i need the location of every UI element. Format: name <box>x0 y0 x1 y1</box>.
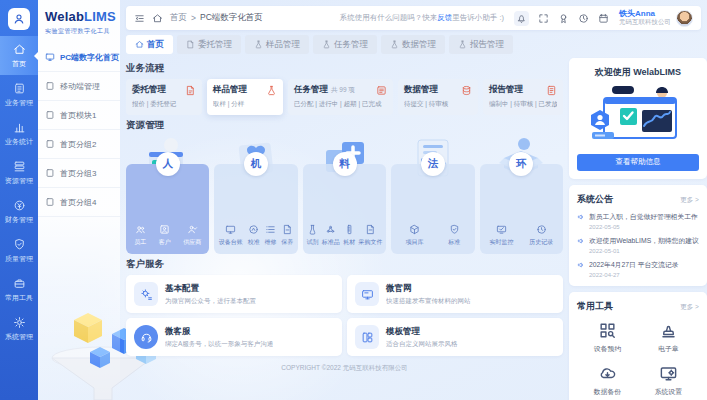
card-links[interactable]: 已分配 | 进行中 | 超期 | 已完成 <box>294 100 387 109</box>
card-task-mgmt[interactable]: 任务管理 共 99 项 已分配 | 进行中 | 超期 | 已完成 <box>288 79 393 115</box>
resource-item-purchase-doc[interactable]: 采购文件 <box>359 224 383 247</box>
rail-item-system[interactable]: 系统管理 <box>0 309 38 348</box>
secondary-sidebar: WelabLIMS 实验室管理数字化工具 PC端数字化首页 移动端管理 首页模块… <box>38 0 120 400</box>
tab-home[interactable]: 首页 <box>126 35 173 54</box>
resource-item-staff[interactable]: 员工 <box>134 224 146 247</box>
section-title-service: 客户服务 <box>126 258 563 271</box>
resource-item-monitoring[interactable]: 实时监控 <box>489 224 513 247</box>
card-basic-config[interactable]: 基本配置 为微官网公众号，进行基本配置 <box>126 275 342 313</box>
tool-data-backup[interactable]: 数据备份 <box>577 364 638 397</box>
resource-col-method[interactable]: 法 项目库 标准 <box>391 136 474 254</box>
resource-item-standard-sample[interactable]: 标准品 <box>322 224 340 247</box>
feedback-link[interactable]: 反馈 <box>437 13 452 22</box>
card-links[interactable]: 取样 | 分样 <box>213 100 277 109</box>
sidebar-item-module1[interactable]: 首页模块1 <box>38 101 120 130</box>
card-links[interactable]: 待提交 | 待审核 <box>404 100 472 109</box>
monitor-gear-icon <box>659 364 678 383</box>
resource-item-standards[interactable]: 标准 <box>448 224 460 247</box>
flask-icon <box>458 40 467 49</box>
tools-more-link[interactable]: 更多 > <box>680 303 699 312</box>
calendar-icon[interactable] <box>598 13 609 24</box>
bell-icon[interactable] <box>514 11 529 26</box>
tool-system-settings[interactable]: 系统设置 <box>638 364 699 397</box>
avatar[interactable] <box>676 10 693 27</box>
breadcrumb-home[interactable]: 首页 <box>170 12 187 24</box>
resource-letter: 人 <box>156 152 180 176</box>
breadcrumb-home-icon[interactable] <box>152 13 163 24</box>
tab-tasks[interactable]: 任务管理 <box>313 35 377 54</box>
sidebar-item-group3[interactable]: 首页分组3 <box>38 159 120 188</box>
resource-columns: 人 员工 客户 供应商 <box>126 136 563 254</box>
clock-icon[interactable] <box>578 13 589 24</box>
tab-reports[interactable]: 报告管理 <box>449 35 513 54</box>
rail-label: 资源管理 <box>5 176 33 186</box>
home-icon <box>13 43 26 56</box>
announcement-item[interactable]: 2022年4月27日 平台交流记录 2022-04-27 <box>577 260 699 278</box>
file-icon <box>282 224 293 235</box>
gear-icon <box>13 316 26 329</box>
card-micro-support[interactable]: 微客服 绑定A服务号，以统一形象与客户沟通 <box>126 318 342 356</box>
stamp-icon <box>659 321 678 340</box>
resource-item-equipment[interactable]: 设备台账 <box>219 224 243 247</box>
resource-item-supplier[interactable]: 供应商 <box>183 224 201 247</box>
medal-icon[interactable] <box>558 13 569 24</box>
tool-e-stamp[interactable]: 电子章 <box>638 321 699 354</box>
resource-item-calibration[interactable]: 校准 <box>248 224 260 247</box>
tab-data[interactable]: 数据管理 <box>381 35 445 54</box>
headset-icon <box>134 325 158 349</box>
resource-letter: 机 <box>244 152 268 176</box>
rail-item-business[interactable]: 业务管理 <box>0 75 38 114</box>
rail-item-resources[interactable]: 资源管理 <box>0 153 38 192</box>
sidebar-item-pc-home[interactable]: PC端数字化首页 <box>38 43 120 72</box>
tools-card: 常用工具 更多 > 设备预约 电子章 数据备份 <box>569 292 707 400</box>
announcement-item[interactable]: 欢迎使用WelabLIMS，期待您的建议 2022-05-01 <box>577 236 699 254</box>
dial-icon <box>248 224 259 235</box>
megaphone-icon <box>577 213 585 221</box>
card-report-mgmt[interactable]: 报告管理 编制中 | 待审核 | 已发放 <box>483 79 563 115</box>
resource-item-history[interactable]: 历史记录 <box>529 224 553 247</box>
card-data-mgmt[interactable]: 数据管理 待提交 | 待审核 <box>398 79 478 115</box>
page-icon <box>45 110 55 120</box>
rail-item-home[interactable]: 首页 <box>0 36 38 75</box>
help-guide-button[interactable]: 查看帮助信息 <box>577 154 699 171</box>
card-micro-site[interactable]: 微官网 快速搭建发布宣传材料的网站 <box>347 275 563 313</box>
rail-item-tools[interactable]: 常用工具 <box>0 270 38 309</box>
announcement-item[interactable]: 新员工入职，自觉做好管理相关工作 2022-05-05 <box>577 212 699 230</box>
fullscreen-icon[interactable] <box>538 13 549 24</box>
resource-col-people[interactable]: 人 员工 客户 供应商 <box>126 136 209 254</box>
resource-item-maintain[interactable]: 保养 <box>281 224 293 247</box>
feedback-notice: 系统使用有什么问题吗？快来反馈里告诉小助手 :) <box>340 13 504 23</box>
resource-col-material[interactable]: 料 试剂 标准品 耗材 采购文件 <box>303 136 386 254</box>
app-logo-icon[interactable] <box>8 8 30 30</box>
dashboard-left-column: 业务流程 委托管理 报价 | 委托登记 样品管理 取样 | 分样 任务管理 <box>126 58 563 400</box>
resource-item-consumables[interactable]: 耗材 <box>343 224 355 247</box>
qr-search-icon <box>598 321 617 340</box>
resource-item-project-lib[interactable]: 项目库 <box>406 224 424 247</box>
tab-delegate[interactable]: 委托管理 <box>177 35 241 54</box>
sidebar-item-group2[interactable]: 首页分组2 <box>38 130 120 159</box>
tool-device-booking[interactable]: 设备预约 <box>577 321 638 354</box>
announcements-more-link[interactable]: 更多 > <box>680 196 699 205</box>
resource-col-machine[interactable]: 机 设备台账 校准 维修 保养 <box>214 136 297 254</box>
announcements-card: 系统公告 更多 > 新员工入职，自觉做好管理相关工作 2022-05-05 欢迎… <box>569 185 707 286</box>
resource-item-customer[interactable]: 客户 <box>159 224 171 247</box>
sidebar-item-group4[interactable]: 首页分组4 <box>38 188 120 217</box>
tab-samples[interactable]: 样品管理 <box>245 35 309 54</box>
rail-item-quality[interactable]: 质量管理 <box>0 231 38 270</box>
resource-col-environment[interactable]: 环 实时监控 历史记录 <box>480 136 563 254</box>
card-links[interactable]: 编制中 | 待审核 | 已发放 <box>489 100 557 109</box>
card-links[interactable]: 报价 | 委托登记 <box>132 100 196 109</box>
rail-item-finance[interactable]: 财务管理 <box>0 192 38 231</box>
rail-label: 财务管理 <box>5 215 33 225</box>
resource-item-reagent[interactable]: 试剂 <box>306 224 318 247</box>
card-sample-mgmt[interactable]: 样品管理 取样 | 分样 <box>207 79 283 115</box>
card-template-mgmt[interactable]: 模板管理 适合自定义网站展示风格 <box>347 318 563 356</box>
page-icon <box>45 197 55 207</box>
user-menu[interactable]: 铁头Anna 元码互联科技公司 <box>619 9 693 28</box>
card-delegate-mgmt[interactable]: 委托管理 报价 | 委托登记 <box>126 79 202 115</box>
database-icon <box>461 85 472 96</box>
sidebar-item-mobile[interactable]: 移动端管理 <box>38 72 120 101</box>
rail-item-stats[interactable]: 业务统计 <box>0 114 38 153</box>
collapse-sidebar-icon[interactable] <box>134 13 145 24</box>
resource-item-repair[interactable]: 维修 <box>265 224 277 247</box>
